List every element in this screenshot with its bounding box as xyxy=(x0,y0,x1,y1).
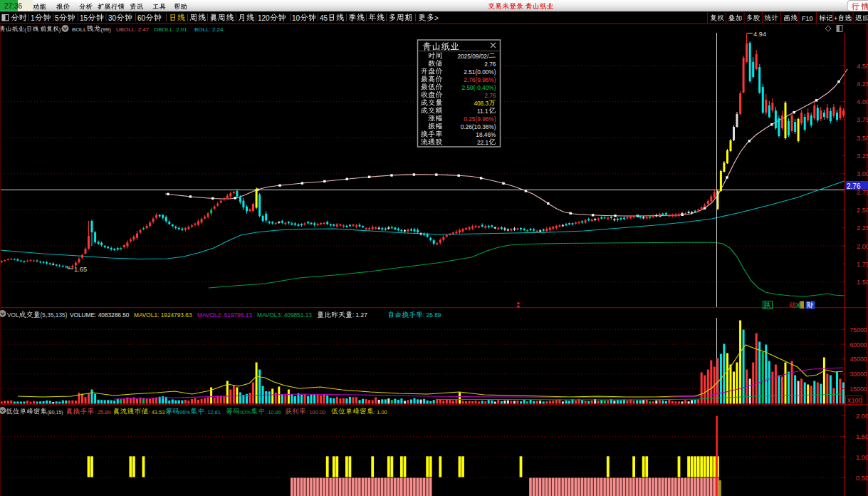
svg-text:30000: 30000 xyxy=(850,371,867,378)
svg-text:MAVOL2: 619796.13: MAVOL2: 619796.13 xyxy=(197,311,252,319)
svg-text:15000: 15000 xyxy=(850,386,867,393)
svg-text:45000: 45000 xyxy=(850,356,867,363)
svg-text:4.00: 4.00 xyxy=(857,98,868,105)
svg-text:2.51(0.00%): 2.51(0.00%) xyxy=(464,68,496,76)
svg-text:96%: 96% xyxy=(179,409,190,415)
svg-text:1.00: 1.00 xyxy=(856,454,868,461)
svg-text:: 10.86: : 10.86 xyxy=(265,409,281,415)
svg-text:: 25.89: : 25.89 xyxy=(95,409,111,415)
svg-text:DBOLL: 2.01: DBOLL: 2.01 xyxy=(155,26,188,33)
svg-text:60000: 60000 xyxy=(850,341,867,348)
svg-text:0.26(10.36%): 0.26(10.36%) xyxy=(461,123,496,130)
svg-text:MAVOL1: 1924793.63: MAVOL1: 1924793.63 xyxy=(134,311,192,319)
svg-text:MAVOL3: 409851.13: MAVOL3: 409851.13 xyxy=(257,311,312,319)
svg-text:75000: 75000 xyxy=(850,326,867,334)
svg-text:15: 15 xyxy=(80,14,88,22)
svg-text:2.76: 2.76 xyxy=(847,182,861,190)
svg-text:3.00: 3.00 xyxy=(857,170,868,177)
svg-text:: 100.00: : 100.00 xyxy=(306,409,325,415)
svg-text:60: 60 xyxy=(137,14,146,22)
svg-text:F10: F10 xyxy=(802,15,813,22)
svg-text:408.3: 408.3 xyxy=(474,100,488,107)
svg-text:(5,35,135): (5,35,135) xyxy=(41,311,68,319)
svg-text:: 1.00: : 1.00 xyxy=(374,409,387,415)
svg-text:4.50: 4.50 xyxy=(857,63,868,70)
svg-text:1: 1 xyxy=(31,14,35,22)
svg-text:UBOLL: 2.47: UBOLL: 2.47 xyxy=(116,26,150,33)
svg-text:VOL: VOL xyxy=(7,311,19,319)
svg-text:VOLUME: 4083286.50: VOLUME: 4083286.50 xyxy=(70,311,130,319)
svg-text:1.65: 1.65 xyxy=(74,266,87,273)
svg-text:2.76(9.96%): 2.76(9.96%) xyxy=(464,76,496,83)
svg-text:: 25.89: : 25.89 xyxy=(423,311,441,319)
svg-text:3.75: 3.75 xyxy=(857,116,868,123)
svg-text:4.25: 4.25 xyxy=(857,81,868,88)
svg-text:120: 120 xyxy=(258,14,270,22)
svg-text:: 12.81: : 12.81 xyxy=(204,409,221,415)
svg-text:X100: X100 xyxy=(847,397,862,404)
svg-text:2.00: 2.00 xyxy=(857,243,868,250)
svg-text:0.25(9.96%): 0.25(9.96%) xyxy=(464,115,496,123)
svg-text:2.76: 2.76 xyxy=(484,92,496,99)
svg-text:(80,15): (80,15) xyxy=(48,410,63,415)
svg-text:90%: 90% xyxy=(240,409,251,415)
svg-text:1.50: 1.50 xyxy=(856,433,868,440)
svg-text:(99): (99) xyxy=(101,26,112,33)
svg-text:18.46%: 18.46% xyxy=(476,131,496,138)
svg-text:4.94: 4.94 xyxy=(753,31,766,38)
svg-text:2.76: 2.76 xyxy=(484,61,496,68)
svg-text:22.1: 22.1 xyxy=(477,139,489,146)
svg-text:: 1.27: : 1.27 xyxy=(352,311,367,319)
svg-text:>: > xyxy=(434,14,439,22)
svg-text:2.50: 2.50 xyxy=(857,207,868,214)
svg-text:2.50(-0.40%): 2.50(-0.40%) xyxy=(462,84,496,91)
svg-text:+: + xyxy=(834,15,837,22)
svg-text:3.25: 3.25 xyxy=(857,153,868,160)
svg-text:30: 30 xyxy=(108,14,117,22)
svg-text:1.75: 1.75 xyxy=(857,261,868,268)
svg-text:BOLL: 2.24: BOLL: 2.24 xyxy=(194,26,224,33)
svg-text:0.50: 0.50 xyxy=(856,475,868,482)
svg-text:1.50: 1.50 xyxy=(857,279,868,286)
svg-text:11.1: 11.1 xyxy=(477,108,488,115)
svg-text:45: 45 xyxy=(320,14,328,22)
svg-text:2025/09/02/: 2025/09/02/ xyxy=(457,53,489,60)
svg-text:5: 5 xyxy=(55,14,59,22)
svg-text:3.50: 3.50 xyxy=(857,135,868,142)
svg-text:BOLL: BOLL xyxy=(72,26,87,33)
svg-text:2.25: 2.25 xyxy=(857,224,868,232)
svg-text:10: 10 xyxy=(292,14,300,22)
svg-text:: 43.53: : 43.53 xyxy=(149,409,165,415)
svg-text:2.00: 2.00 xyxy=(856,413,868,420)
svg-text:27:36: 27:36 xyxy=(4,2,22,10)
